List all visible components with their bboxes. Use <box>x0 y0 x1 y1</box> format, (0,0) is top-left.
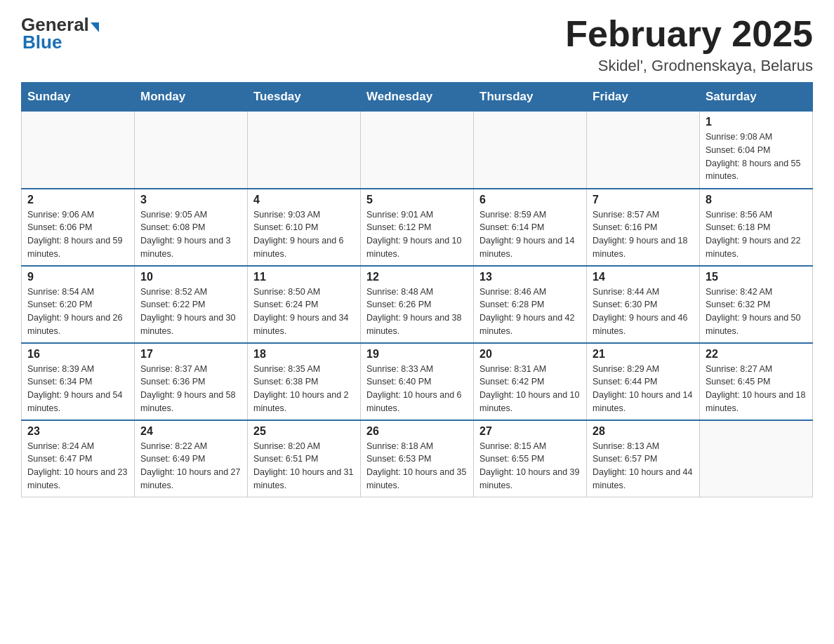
day-info: Sunrise: 8:59 AM Sunset: 6:14 PM Dayligh… <box>479 208 581 261</box>
logo-blue: Blue <box>22 32 62 53</box>
day-info: Sunrise: 8:48 AM Sunset: 6:26 PM Dayligh… <box>366 286 468 338</box>
day-info: Sunrise: 8:50 AM Sunset: 6:24 PM Dayligh… <box>253 286 355 338</box>
title-block: February 2025 Skidel', Grodnenskaya, Bel… <box>565 14 813 75</box>
calendar-cell: 3Sunrise: 9:05 AM Sunset: 6:08 PM Daylig… <box>135 189 248 266</box>
day-info: Sunrise: 8:56 AM Sunset: 6:18 PM Dayligh… <box>706 208 807 261</box>
header-sunday: Sunday <box>22 83 135 112</box>
day-info: Sunrise: 8:54 AM Sunset: 6:20 PM Dayligh… <box>27 286 128 338</box>
month-title: February 2025 <box>565 14 813 54</box>
day-number: 2 <box>27 194 128 206</box>
day-info: Sunrise: 8:15 AM Sunset: 6:55 PM Dayligh… <box>479 440 581 492</box>
day-number: 26 <box>366 425 468 438</box>
day-number: 1 <box>706 116 807 128</box>
day-number: 3 <box>140 194 241 206</box>
page-header: General Blue February 2025 Skidel', Grod… <box>21 14 813 75</box>
calendar-cell: 21Sunrise: 8:29 AM Sunset: 6:44 PM Dayli… <box>587 343 700 420</box>
day-info: Sunrise: 9:08 AM Sunset: 6:04 PM Dayligh… <box>706 130 807 183</box>
day-number: 18 <box>253 348 355 361</box>
day-number: 11 <box>253 271 355 283</box>
calendar-cell: 9Sunrise: 8:54 AM Sunset: 6:20 PM Daylig… <box>22 266 135 343</box>
day-info: Sunrise: 8:44 AM Sunset: 6:30 PM Dayligh… <box>593 286 694 338</box>
day-info: Sunrise: 8:27 AM Sunset: 6:45 PM Dayligh… <box>706 363 807 415</box>
day-number: 13 <box>479 271 581 283</box>
day-number: 15 <box>706 271 807 283</box>
calendar-cell: 16Sunrise: 8:39 AM Sunset: 6:34 PM Dayli… <box>22 343 135 420</box>
calendar-cell <box>22 112 135 189</box>
day-info: Sunrise: 8:22 AM Sunset: 6:49 PM Dayligh… <box>140 440 241 492</box>
day-info: Sunrise: 8:52 AM Sunset: 6:22 PM Dayligh… <box>140 286 241 338</box>
header-wednesday: Wednesday <box>361 83 474 112</box>
calendar-body: 1Sunrise: 9:08 AM Sunset: 6:04 PM Daylig… <box>22 112 813 497</box>
logo-arrow-icon <box>91 22 99 32</box>
calendar-cell: 2Sunrise: 9:06 AM Sunset: 6:06 PM Daylig… <box>22 189 135 266</box>
day-number: 8 <box>706 194 807 206</box>
day-number: 14 <box>593 271 694 283</box>
day-info: Sunrise: 8:37 AM Sunset: 6:36 PM Dayligh… <box>140 363 241 415</box>
calendar-cell: 26Sunrise: 8:18 AM Sunset: 6:53 PM Dayli… <box>361 420 474 497</box>
calendar-cell: 4Sunrise: 9:03 AM Sunset: 6:10 PM Daylig… <box>248 189 361 266</box>
day-info: Sunrise: 8:57 AM Sunset: 6:16 PM Dayligh… <box>593 208 694 261</box>
day-number: 7 <box>593 194 694 206</box>
day-info: Sunrise: 9:06 AM Sunset: 6:06 PM Dayligh… <box>27 208 128 261</box>
calendar-cell: 19Sunrise: 8:33 AM Sunset: 6:40 PM Dayli… <box>361 343 474 420</box>
calendar-cell: 11Sunrise: 8:50 AM Sunset: 6:24 PM Dayli… <box>248 266 361 343</box>
header-row: SundayMondayTuesdayWednesdayThursdayFrid… <box>22 83 813 112</box>
calendar-cell: 28Sunrise: 8:13 AM Sunset: 6:57 PM Dayli… <box>587 420 700 497</box>
calendar-cell: 27Sunrise: 8:15 AM Sunset: 6:55 PM Dayli… <box>474 420 587 497</box>
week-row-1: 2Sunrise: 9:06 AM Sunset: 6:06 PM Daylig… <box>22 189 813 266</box>
day-info: Sunrise: 8:42 AM Sunset: 6:32 PM Dayligh… <box>706 286 807 338</box>
day-number: 24 <box>140 425 241 438</box>
header-monday: Monday <box>135 83 248 112</box>
header-thursday: Thursday <box>474 83 587 112</box>
header-friday: Friday <box>587 83 700 112</box>
location: Skidel', Grodnenskaya, Belarus <box>565 57 813 75</box>
header-tuesday: Tuesday <box>248 83 361 112</box>
day-number: 6 <box>479 194 581 206</box>
day-number: 10 <box>140 271 241 283</box>
day-info: Sunrise: 8:31 AM Sunset: 6:42 PM Dayligh… <box>479 363 581 415</box>
logo: General Blue <box>21 14 100 53</box>
header-saturday: Saturday <box>700 83 813 112</box>
day-info: Sunrise: 8:20 AM Sunset: 6:51 PM Dayligh… <box>253 440 355 492</box>
calendar-cell: 17Sunrise: 8:37 AM Sunset: 6:36 PM Dayli… <box>135 343 248 420</box>
calendar-cell: 23Sunrise: 8:24 AM Sunset: 6:47 PM Dayli… <box>22 420 135 497</box>
day-info: Sunrise: 8:46 AM Sunset: 6:28 PM Dayligh… <box>479 286 581 338</box>
day-number: 28 <box>593 425 694 438</box>
calendar-cell: 25Sunrise: 8:20 AM Sunset: 6:51 PM Dayli… <box>248 420 361 497</box>
day-number: 16 <box>27 348 128 361</box>
day-number: 25 <box>253 425 355 438</box>
day-info: Sunrise: 8:13 AM Sunset: 6:57 PM Dayligh… <box>593 440 694 492</box>
calendar-cell: 13Sunrise: 8:46 AM Sunset: 6:28 PM Dayli… <box>474 266 587 343</box>
week-row-2: 9Sunrise: 8:54 AM Sunset: 6:20 PM Daylig… <box>22 266 813 343</box>
calendar-cell: 10Sunrise: 8:52 AM Sunset: 6:22 PM Dayli… <box>135 266 248 343</box>
calendar-cell: 20Sunrise: 8:31 AM Sunset: 6:42 PM Dayli… <box>474 343 587 420</box>
calendar-cell: 22Sunrise: 8:27 AM Sunset: 6:45 PM Dayli… <box>700 343 813 420</box>
week-row-3: 16Sunrise: 8:39 AM Sunset: 6:34 PM Dayli… <box>22 343 813 420</box>
calendar-table: SundayMondayTuesdayWednesdayThursdayFrid… <box>21 82 813 497</box>
day-number: 19 <box>366 348 468 361</box>
calendar-cell: 5Sunrise: 9:01 AM Sunset: 6:12 PM Daylig… <box>361 189 474 266</box>
calendar-cell: 6Sunrise: 8:59 AM Sunset: 6:14 PM Daylig… <box>474 189 587 266</box>
calendar-cell: 15Sunrise: 8:42 AM Sunset: 6:32 PM Dayli… <box>700 266 813 343</box>
day-info: Sunrise: 9:01 AM Sunset: 6:12 PM Dayligh… <box>366 208 468 261</box>
calendar-cell: 12Sunrise: 8:48 AM Sunset: 6:26 PM Dayli… <box>361 266 474 343</box>
day-info: Sunrise: 9:03 AM Sunset: 6:10 PM Dayligh… <box>253 208 355 261</box>
day-number: 5 <box>366 194 468 206</box>
day-number: 17 <box>140 348 241 361</box>
day-info: Sunrise: 8:18 AM Sunset: 6:53 PM Dayligh… <box>366 440 468 492</box>
calendar-cell: 14Sunrise: 8:44 AM Sunset: 6:30 PM Dayli… <box>587 266 700 343</box>
calendar-cell <box>135 112 248 189</box>
day-info: Sunrise: 8:33 AM Sunset: 6:40 PM Dayligh… <box>366 363 468 415</box>
calendar-cell <box>474 112 587 189</box>
day-info: Sunrise: 9:05 AM Sunset: 6:08 PM Dayligh… <box>140 208 241 261</box>
day-info: Sunrise: 8:24 AM Sunset: 6:47 PM Dayligh… <box>27 440 128 492</box>
calendar-cell: 1Sunrise: 9:08 AM Sunset: 6:04 PM Daylig… <box>700 112 813 189</box>
day-number: 4 <box>253 194 355 206</box>
day-number: 12 <box>366 271 468 283</box>
day-info: Sunrise: 8:35 AM Sunset: 6:38 PM Dayligh… <box>253 363 355 415</box>
calendar-cell <box>361 112 474 189</box>
calendar-cell: 18Sunrise: 8:35 AM Sunset: 6:38 PM Dayli… <box>248 343 361 420</box>
day-number: 23 <box>27 425 128 438</box>
calendar-cell <box>587 112 700 189</box>
calendar-cell: 24Sunrise: 8:22 AM Sunset: 6:49 PM Dayli… <box>135 420 248 497</box>
